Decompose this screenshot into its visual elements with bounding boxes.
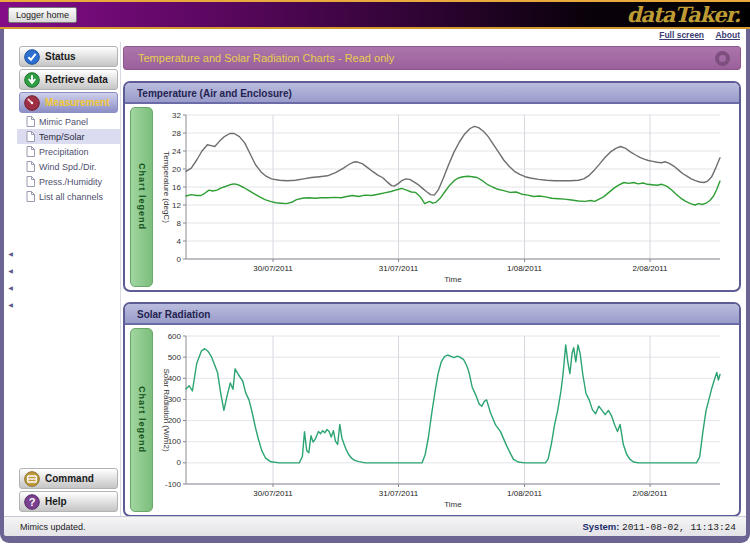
sidebar-item-label: Wind Spd./Dir. xyxy=(39,162,97,172)
full-screen-link[interactable]: Full screen xyxy=(659,30,704,40)
sidebar-item-label: Press./Humidity xyxy=(39,177,102,187)
svg-text:4: 4 xyxy=(177,237,182,246)
status-bar: Mimics updated. System: 2011-08-02, 11:1… xyxy=(4,516,746,536)
svg-text:600: 600 xyxy=(168,332,182,341)
svg-text:500: 500 xyxy=(168,353,182,362)
collapse-arrow-icon[interactable]: ◀ xyxy=(8,267,13,274)
svg-text:2/08/2011: 2/08/2011 xyxy=(633,489,669,498)
sidebar: Status Retrieve data Measurement xyxy=(17,42,121,516)
svg-text:?: ? xyxy=(29,496,36,508)
svg-text:-100: -100 xyxy=(165,480,182,489)
page-title: Temperature and Solar Radiation Charts -… xyxy=(138,52,715,64)
chart-legend-label: Chart legend xyxy=(137,163,147,230)
sidebar-item-press-humidity[interactable]: Press./Humidity xyxy=(17,174,120,189)
sidebar-button-label: Command xyxy=(45,473,94,484)
logger-home-button[interactable]: Logger home xyxy=(8,7,77,23)
collapse-arrow-icon[interactable]: ◀ xyxy=(8,284,13,291)
document-icon xyxy=(26,131,35,142)
solar-radiation-panel: Solar Radiation Chart legend -1000100200… xyxy=(123,302,741,517)
command-terminal-icon xyxy=(24,471,40,487)
svg-text:1/08/2011: 1/08/2011 xyxy=(507,264,543,273)
about-link[interactable]: About xyxy=(715,30,740,40)
temperature-chart: 04812162024283230/07/201131/07/20111/08/… xyxy=(156,107,726,287)
sidebar-button-command[interactable]: Command xyxy=(19,468,118,489)
document-icon xyxy=(26,176,35,187)
temperature-panel: Temperature (Air and Enclosure) Chart le… xyxy=(123,81,741,292)
svg-text:31/07/2011: 31/07/2011 xyxy=(379,264,419,273)
svg-text:31/07/2011: 31/07/2011 xyxy=(379,489,419,498)
datataker-logo: dataTaker. xyxy=(627,2,740,27)
svg-text:1/08/2011: 1/08/2011 xyxy=(507,489,543,498)
solar-panel-title: Solar Radiation xyxy=(125,304,739,325)
links-strip: Full screen About xyxy=(4,29,746,42)
document-icon xyxy=(26,191,35,202)
svg-text:Temperature (degC): Temperature (degC) xyxy=(162,151,171,223)
sidebar-button-label: Retrieve data xyxy=(45,74,108,85)
svg-text:0: 0 xyxy=(177,255,182,264)
status-ring-icon xyxy=(715,51,730,66)
sidebar-item-temp-solar[interactable]: Temp/Solar xyxy=(17,129,120,144)
collapse-arrow-icon[interactable]: ◀ xyxy=(8,301,13,308)
sidebar-item-list-all-channels[interactable]: List all channels xyxy=(17,189,120,204)
svg-text:Time: Time xyxy=(444,500,462,509)
svg-text:Time: Time xyxy=(444,275,462,284)
sidebar-button-measurement[interactable]: Measurement xyxy=(19,92,118,113)
chart-legend-label: Chart legend xyxy=(137,386,147,453)
temperature-panel-body: Chart legend 04812162024283230/07/201131… xyxy=(125,104,739,290)
document-icon xyxy=(26,146,35,157)
sidebar-button-help[interactable]: ? Help xyxy=(19,491,118,512)
chart-legend-bar[interactable]: Chart legend xyxy=(130,107,153,287)
sidebar-item-mimic-panel[interactable]: Mimic Panel xyxy=(17,114,120,129)
system-time-value: 2011-08-02, 11:13:24 xyxy=(622,522,736,533)
svg-text:0: 0 xyxy=(177,458,182,467)
svg-text:30/07/2011: 30/07/2011 xyxy=(253,489,293,498)
svg-text:2/08/2011: 2/08/2011 xyxy=(633,264,669,273)
sidebar-item-label: Mimic Panel xyxy=(39,117,88,127)
sidebar-button-label: Help xyxy=(45,496,67,507)
svg-text:Solar Radiation (W/m2): Solar Radiation (W/m2) xyxy=(162,368,171,451)
help-question-icon: ? xyxy=(24,494,40,510)
solar-radiation-chart: -100010020030040050060030/07/201131/07/2… xyxy=(156,328,726,512)
sidebar-button-label: Status xyxy=(45,51,76,62)
sidebar-button-label: Measurement xyxy=(45,97,109,108)
retrieve-download-icon xyxy=(24,72,40,88)
svg-text:12: 12 xyxy=(172,201,181,210)
top-bar: Logger home dataTaker. xyxy=(0,2,750,29)
status-message: Mimics updated. xyxy=(20,522,86,532)
document-icon xyxy=(26,116,35,127)
sidebar-item-label: Precipitation xyxy=(39,147,89,157)
collapse-arrow-icon[interactable]: ◀ xyxy=(8,250,13,257)
sidebar-item-label: Temp/Solar xyxy=(39,132,85,142)
content-row: ◀ ◀ ◀ ◀ Status Ret xyxy=(4,42,746,516)
document-icon xyxy=(26,161,35,172)
sidebar-item-precipitation[interactable]: Precipitation xyxy=(17,144,120,159)
svg-text:16: 16 xyxy=(172,183,181,192)
page-title-bar: Temperature and Solar Radiation Charts -… xyxy=(123,46,741,70)
solar-panel-body: Chart legend -100010020030040050060030/0… xyxy=(125,325,739,515)
measurement-gauge-icon xyxy=(24,95,40,111)
system-time: System: 2011-08-02, 11:13:24 xyxy=(582,521,736,533)
svg-text:28: 28 xyxy=(172,129,181,138)
svg-text:32: 32 xyxy=(172,111,181,120)
svg-text:20: 20 xyxy=(172,165,181,174)
chart-legend-bar[interactable]: Chart legend xyxy=(130,328,153,512)
temperature-panel-title: Temperature (Air and Enclosure) xyxy=(125,83,739,104)
status-check-icon xyxy=(24,49,40,65)
page: Logger home dataTaker. Full screen About… xyxy=(0,0,750,545)
sidebar-spacer xyxy=(17,204,120,467)
sidebar-item-label: List all channels xyxy=(39,192,103,202)
sidebar-button-status[interactable]: Status xyxy=(19,46,118,67)
svg-text:24: 24 xyxy=(172,147,181,156)
svg-text:8: 8 xyxy=(177,219,182,228)
sidebar-collapse-strip[interactable]: ◀ ◀ ◀ ◀ xyxy=(4,42,17,516)
main-area: Temperature and Solar Radiation Charts -… xyxy=(121,42,746,516)
system-time-label: System: xyxy=(582,521,619,532)
svg-text:30/07/2011: 30/07/2011 xyxy=(253,264,293,273)
sidebar-button-retrieve-data[interactable]: Retrieve data xyxy=(19,69,118,90)
sidebar-item-wind[interactable]: Wind Spd./Dir. xyxy=(17,159,120,174)
page-frame: Full screen About ◀ ◀ ◀ ◀ Status xyxy=(0,29,750,543)
